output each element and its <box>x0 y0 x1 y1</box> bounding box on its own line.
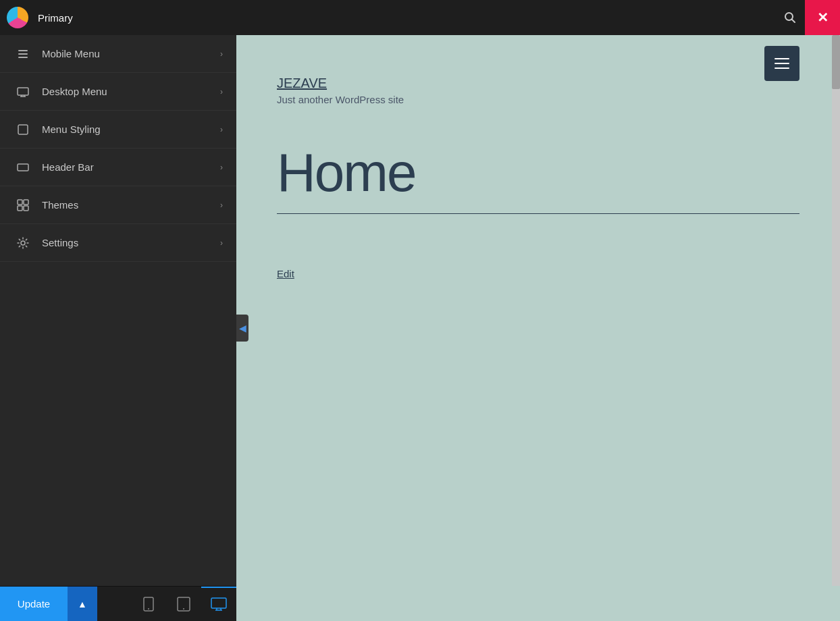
sidebar-item-menu-styling[interactable]: Menu Styling › <box>0 111 236 148</box>
svg-rect-5 <box>18 88 28 95</box>
settings-icon <box>14 234 32 252</box>
tablet-device-button[interactable] <box>166 587 201 622</box>
mobile-menu-icon <box>14 45 32 63</box>
mobile-menu-chevron: › <box>220 49 223 59</box>
svg-point-17 <box>148 608 149 610</box>
sidebar-collapse-toggle[interactable]: ◀ <box>236 315 248 342</box>
menu-styling-icon <box>14 120 32 139</box>
logo-circle <box>7 7 28 28</box>
desktop-menu-label: Desktop Menu <box>42 86 220 97</box>
preview-content: JEZAVE Just another WordPress site Home … <box>236 35 840 621</box>
header-bar-label: Header Bar <box>42 161 220 173</box>
themes-icon <box>14 196 32 215</box>
desktop-menu-icon <box>14 82 32 101</box>
sidebar-item-settings[interactable]: Settings › <box>0 224 236 262</box>
sidebar-item-header-bar[interactable]: Header Bar › <box>0 148 236 186</box>
close-icon: ✕ <box>817 9 829 26</box>
svg-point-19 <box>183 608 184 610</box>
close-button[interactable]: ✕ <box>805 0 840 35</box>
preview-divider <box>277 213 799 214</box>
sidebar-item-desktop-menu[interactable]: Desktop Menu › <box>0 73 236 111</box>
themes-label: Themes <box>42 199 220 211</box>
preview-header: JEZAVE Just another WordPress site <box>236 35 840 119</box>
sidebar-item-mobile-menu[interactable]: Mobile Menu › <box>0 35 236 73</box>
panel-title: Primary <box>35 12 775 24</box>
scrollbar-track[interactable] <box>832 35 840 586</box>
header-bar-chevron: › <box>220 163 223 172</box>
edit-link[interactable]: Edit <box>277 268 294 279</box>
main-layout: Mobile Menu › Desktop Menu › <box>0 35 840 621</box>
site-tagline: Just another WordPress site <box>277 94 799 105</box>
arrow-up-icon: ▲ <box>78 599 87 610</box>
desktop-device-button[interactable] <box>201 587 236 622</box>
preview-area: JEZAVE Just another WordPress site Home … <box>236 35 840 621</box>
svg-rect-11 <box>18 200 22 205</box>
arrow-up-button[interactable]: ▲ <box>68 587 97 622</box>
hero-title: Home <box>277 146 799 200</box>
mobile-menu-label: Mobile Menu <box>42 48 220 59</box>
svg-rect-14 <box>24 206 28 211</box>
bottom-toolbar: Update ▲ <box>0 586 236 621</box>
site-title[interactable]: JEZAVE <box>277 76 799 91</box>
themes-chevron: › <box>220 200 223 210</box>
preview-hero: Home <box>236 119 840 214</box>
svg-rect-2 <box>18 50 28 51</box>
settings-label: Settings <box>42 237 220 248</box>
svg-rect-9 <box>18 125 28 134</box>
svg-point-15 <box>21 241 25 245</box>
search-button[interactable] <box>775 0 805 35</box>
sidebar: Mobile Menu › Desktop Menu › <box>0 35 236 621</box>
sidebar-nav: Mobile Menu › Desktop Menu › <box>0 35 236 586</box>
svg-rect-3 <box>18 53 28 55</box>
mobile-device-button[interactable] <box>131 587 166 622</box>
menu-styling-label: Menu Styling <box>42 124 220 135</box>
svg-rect-10 <box>18 164 28 171</box>
update-button[interactable]: Update <box>0 587 68 622</box>
svg-rect-20 <box>211 598 226 608</box>
collapse-icon: ◀ <box>239 323 246 333</box>
settings-chevron: › <box>220 238 223 248</box>
svg-rect-4 <box>18 57 28 58</box>
svg-rect-12 <box>24 200 28 205</box>
desktop-menu-chevron: › <box>220 87 223 97</box>
header-bar-icon <box>14 158 32 177</box>
svg-rect-13 <box>18 206 22 211</box>
sidebar-item-themes[interactable]: Themes › <box>0 186 236 224</box>
scrollbar-thumb[interactable] <box>832 35 840 89</box>
menu-styling-chevron: › <box>220 125 223 134</box>
app-logo <box>0 0 35 35</box>
top-bar: Primary ✕ <box>0 0 840 35</box>
svg-line-1 <box>792 20 795 23</box>
